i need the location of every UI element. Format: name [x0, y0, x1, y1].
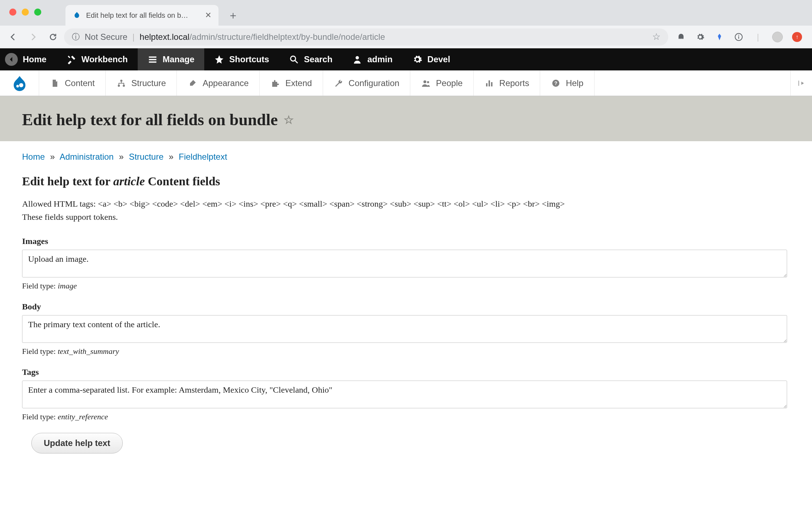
pin-icon[interactable] [715, 32, 724, 42]
field-tags-textarea[interactable] [22, 381, 787, 408]
forward-button[interactable] [24, 28, 42, 46]
people-icon [421, 78, 431, 88]
window-zoom-icon[interactable] [34, 9, 41, 16]
breadcrumb-fieldhelptext[interactable]: Fieldhelptext [179, 152, 227, 161]
page-title-region: Edit help text for all fields on bundle … [0, 96, 812, 141]
content-region: Home » Administration » Structure » Fiel… [0, 141, 812, 475]
breadcrumb-separator: » [116, 152, 126, 161]
breadcrumb-home[interactable]: Home [22, 152, 45, 161]
svg-point-5 [19, 83, 23, 87]
toolbar-orientation-toggle[interactable] [791, 70, 812, 96]
menu-reports[interactable]: Reports [474, 70, 540, 96]
profile-avatar[interactable] [772, 32, 783, 42]
menu-configuration[interactable]: Configuration [323, 70, 411, 96]
browser-chrome: Edit help text for all fields on b… ✕ ＋ … [0, 0, 812, 48]
update-indicator-icon[interactable] [792, 32, 802, 42]
toolbar-shortcuts[interactable]: Shortcuts [204, 48, 279, 70]
svg-rect-1 [738, 36, 739, 39]
svg-point-10 [423, 80, 426, 83]
svg-point-2 [738, 34, 739, 36]
breadcrumb-structure[interactable]: Structure [129, 152, 163, 161]
svg-text:?: ? [554, 80, 558, 86]
menu-extend[interactable]: Extend [260, 70, 323, 96]
window-minimize-icon[interactable] [22, 9, 29, 16]
field-body-label: Body [22, 302, 790, 312]
svg-point-6 [16, 85, 19, 87]
site-info-icon[interactable]: ⓘ [72, 32, 80, 42]
toolbar-workbench-label: Workbench [81, 54, 128, 64]
toolbar-workbench[interactable]: Workbench [57, 48, 138, 70]
drupal-favicon-icon [73, 11, 81, 20]
shortcut-star-icon[interactable]: ☆ [284, 113, 294, 127]
gear-icon [412, 54, 422, 64]
security-label: Not Secure [85, 32, 127, 42]
window-close-icon[interactable] [9, 9, 16, 16]
field-images-textarea[interactable] [22, 250, 787, 277]
menu-reports-label: Reports [499, 78, 529, 88]
info-icon[interactable] [734, 32, 744, 42]
star-icon [214, 54, 224, 64]
back-arrow-icon [5, 53, 18, 66]
svg-rect-13 [489, 80, 490, 86]
bar-chart-icon [484, 78, 494, 88]
menu-appearance-label: Appearance [202, 78, 248, 88]
bookmark-star-icon[interactable]: ☆ [652, 31, 660, 42]
admin-menu: Content Structure Appearance Extend Conf… [0, 70, 812, 96]
new-tab-button[interactable]: ＋ [225, 7, 241, 23]
menu-spacer [595, 70, 791, 96]
field-images-type: Field type: image [22, 281, 790, 291]
menu-people[interactable]: People [410, 70, 474, 96]
svg-point-7 [120, 80, 122, 82]
question-icon: ? [551, 78, 561, 88]
separator: | [132, 32, 135, 42]
divider: | [753, 32, 763, 42]
menu-content[interactable]: Content [39, 70, 106, 96]
settings-gear-icon[interactable] [695, 32, 705, 42]
field-tags: Tags Field type: entity_reference [22, 367, 790, 421]
menu-configuration-label: Configuration [349, 78, 400, 88]
menu-people-label: People [436, 78, 463, 88]
toolbar-home[interactable]: Home [0, 48, 57, 70]
field-body-textarea[interactable] [22, 315, 787, 343]
toolbar-devel-label: Devel [427, 54, 450, 64]
user-icon [352, 54, 362, 64]
field-tags-label: Tags [22, 367, 790, 377]
puzzle-icon [270, 78, 280, 88]
menu-content-label: Content [65, 78, 95, 88]
breadcrumb-administration[interactable]: Administration [59, 152, 114, 161]
menu-structure-label: Structure [131, 78, 166, 88]
wrench-icon [334, 78, 344, 88]
menu-structure[interactable]: Structure [106, 70, 177, 96]
paintbrush-icon [188, 78, 197, 88]
browser-tab[interactable]: Edit help text for all fields on b… ✕ [65, 5, 218, 26]
toolbar-search[interactable]: Search [279, 48, 342, 70]
reload-button[interactable] [44, 28, 62, 46]
menu-help[interactable]: ? Help [540, 70, 594, 96]
tab-close-icon[interactable]: ✕ [205, 11, 211, 20]
tab-title: Edit help text for all fields on b… [86, 11, 200, 20]
drupal-logo[interactable] [0, 70, 39, 96]
update-help-text-button[interactable]: Update help text [31, 433, 123, 453]
document-icon [50, 78, 60, 88]
toolbar-search-label: Search [304, 54, 332, 64]
toolbar-user[interactable]: admin [342, 48, 402, 70]
sitemap-icon [116, 78, 126, 88]
menu-extend-label: Extend [285, 78, 312, 88]
toolbar-manage[interactable]: Manage [138, 48, 204, 70]
address-bar: ⓘ Not Secure | helptext.local/admin/stru… [0, 26, 812, 48]
window-controls [9, 9, 41, 16]
page-title: Edit help text for all fields on bundle … [22, 110, 790, 129]
field-images-label: Images [22, 237, 790, 246]
menu-appearance[interactable]: Appearance [177, 70, 259, 96]
back-button[interactable] [4, 28, 22, 46]
tools-icon [67, 54, 77, 64]
content-heading: Edit help text for article Content field… [22, 175, 790, 188]
ghostery-icon[interactable] [676, 32, 686, 42]
url-bar[interactable]: ⓘ Not Secure | helptext.local/admin/stru… [64, 28, 668, 46]
svg-rect-14 [491, 82, 492, 86]
field-body: Body Field type: text_with_summary [22, 302, 790, 356]
breadcrumb: Home » Administration » Structure » Fiel… [22, 152, 790, 162]
svg-point-8 [118, 85, 120, 87]
toolbar-devel[interactable]: Devel [402, 48, 460, 70]
svg-rect-12 [486, 83, 487, 86]
